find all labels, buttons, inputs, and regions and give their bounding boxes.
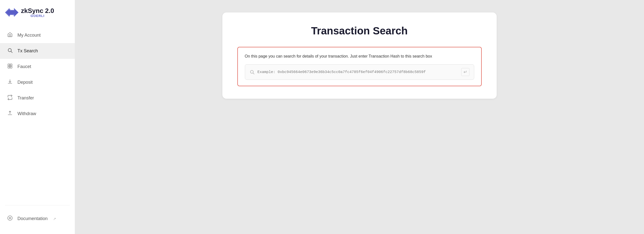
page-title: Transaction Search [237, 25, 482, 37]
faucet-icon [7, 63, 13, 70]
sidebar: zkSync 2.0 GOERLI My Account Tx Search [0, 0, 75, 234]
logo: zkSync 2.0 GOERLI [0, 0, 75, 25]
sidebar-divider [5, 205, 70, 205]
search-icon [7, 48, 13, 54]
sidebar-item-documentation[interactable]: Documentation ↗ [0, 211, 75, 226]
svg-point-13 [9, 217, 11, 219]
sidebar-item-faucet[interactable]: Faucet [0, 59, 75, 74]
sidebar-item-tx-search[interactable]: Tx Search [0, 43, 75, 59]
svg-line-15 [253, 73, 254, 74]
documentation-icon [7, 215, 13, 222]
sidebar-item-withdraw[interactable]: Withdraw [0, 106, 75, 122]
transaction-hash-input[interactable] [258, 70, 458, 74]
withdraw-icon [7, 110, 13, 117]
logo-text: zkSync 2.0 GOERLI [21, 8, 54, 18]
search-info-box: On this page you can search for details … [237, 47, 482, 86]
content-card: Transaction Search On this page you can … [222, 12, 497, 99]
sidebar-item-documentation-label: Documentation [18, 216, 48, 221]
sidebar-item-deposit[interactable]: Deposit [0, 74, 75, 90]
sidebar-nav: My Account Tx Search Faucet [0, 25, 75, 202]
sidebar-item-tx-search-label: Tx Search [18, 48, 38, 54]
search-description: On this page you can search for details … [245, 53, 474, 59]
home-icon [7, 32, 13, 39]
svg-rect-8 [10, 66, 12, 68]
svg-rect-5 [8, 64, 10, 66]
svg-line-4 [11, 51, 12, 52]
sidebar-item-transfer[interactable]: Transfer [0, 90, 75, 106]
logo-icon [5, 7, 18, 18]
enter-icon[interactable]: ↵ [461, 68, 470, 76]
external-link-icon: ↗ [53, 217, 56, 221]
svg-rect-6 [10, 64, 12, 66]
sidebar-item-my-account[interactable]: My Account [0, 28, 75, 43]
sidebar-bottom: Documentation ↗ [0, 208, 75, 234]
sidebar-item-deposit-label: Deposit [18, 80, 33, 85]
transfer-icon [7, 95, 13, 102]
logo-subtitle: GOERLI [21, 14, 54, 18]
sidebar-item-withdraw-label: Withdraw [18, 111, 36, 116]
search-input-icon [250, 70, 254, 74]
svg-rect-7 [8, 66, 10, 68]
logo-title: zkSync 2.0 [21, 8, 54, 14]
search-input-wrapper: ↵ [245, 64, 474, 80]
sidebar-item-faucet-label: Faucet [18, 64, 31, 69]
sidebar-item-my-account-label: My Account [18, 33, 41, 38]
sidebar-item-transfer-label: Transfer [18, 96, 34, 101]
main-content: Transaction Search On this page you can … [75, 0, 644, 234]
deposit-icon [7, 79, 13, 86]
